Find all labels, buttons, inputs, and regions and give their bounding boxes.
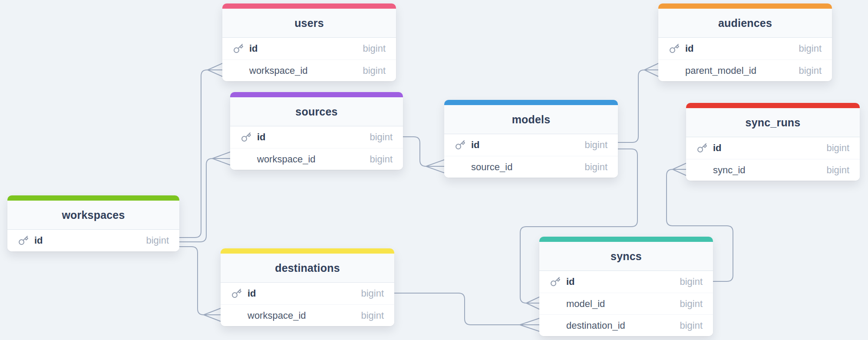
field-type: bigint [361,288,384,299]
field-name: id [249,43,258,54]
primary-key-icon [231,288,242,299]
table-models-title: models [444,105,618,134]
field-type: bigint [361,310,384,321]
field-type: bigint [370,132,393,143]
table-syncs-title: syncs [539,242,713,271]
field-type: bigint [584,139,607,151]
field-row-users-workspace_id[interactable]: workspace_id bigint [222,59,396,81]
primary-key-icon [455,139,466,151]
field-name: id [34,235,43,246]
primary-key-icon [550,276,561,287]
field-row-destinations-workspace_id[interactable]: workspace_id bigint [221,304,394,326]
primary-key-icon [241,132,252,143]
table-syncs[interactable]: syncs id bigint model_id bigint destinat… [539,237,713,336]
table-destinations-title: destinations [221,254,394,283]
table-sources[interactable]: sources id bigint workspace_id bigint [230,92,403,170]
field-name: destination_id [566,320,625,331]
field-name: workspace_id [257,154,316,165]
field-row-workspaces-id[interactable]: id bigint [7,230,179,251]
field-type: bigint [680,276,703,287]
table-audiences-accent-bar [658,3,832,9]
relationship-destinations-syncs[interactable] [394,293,539,331]
table-sources-title: sources [230,97,403,126]
field-name: workspace_id [248,310,306,321]
field-type: bigint [370,154,393,165]
field-name: model_id [566,298,605,310]
field-type: bigint [799,65,822,76]
table-syncs-accent-bar [539,237,713,242]
field-row-sync_runs-sync_id[interactable]: sync_id bigint [686,159,860,181]
field-row-syncs-model_id[interactable]: model_id bigint [539,293,713,314]
primary-key-icon [233,43,244,54]
table-workspaces[interactable]: workspaces id bigint [7,195,179,251]
field-type: bigint [584,162,607,173]
field-type: bigint [680,298,703,310]
field-name: sync_id [713,165,746,176]
field-name: id [257,132,266,143]
relationship-workspaces-users[interactable] [179,63,222,238]
table-workspaces-accent-bar [7,195,179,201]
table-sync_runs-accent-bar [686,103,860,108]
table-sources-accent-bar [230,92,403,97]
field-row-sources-id[interactable]: id bigint [230,126,403,148]
field-type: bigint [680,320,703,331]
table-users-accent-bar [222,3,396,9]
primary-key-icon [669,43,680,54]
erd-canvas[interactable]: users id bigint workspace_id bigint audi… [0,0,868,340]
field-row-syncs-destination_id[interactable]: destination_id bigint [539,314,713,336]
field-name: id [566,276,575,287]
table-destinations-accent-bar [221,248,394,254]
field-row-sources-workspace_id[interactable]: workspace_id bigint [230,148,403,170]
table-sync_runs-title: sync_runs [686,108,860,137]
relationship-workspaces-sources[interactable] [179,152,230,242]
field-row-sync_runs-id[interactable]: id bigint [686,137,860,159]
table-audiences[interactable]: audiences id bigint parent_model_id bigi… [658,3,832,81]
table-users[interactable]: users id bigint workspace_id bigint [222,3,396,81]
field-name: parent_model_id [685,65,756,76]
field-row-users-id[interactable]: id bigint [222,38,396,59]
table-models[interactable]: models id bigint source_id bigint [444,100,618,178]
table-models-accent-bar [444,100,618,105]
table-users-title: users [222,9,396,38]
field-name: id [248,288,256,299]
relationship-models-audiences[interactable] [618,63,658,142]
field-row-destinations-id[interactable]: id bigint [221,283,394,304]
table-sync_runs[interactable]: sync_runs id bigint sync_id bigint [686,103,860,181]
field-row-syncs-id[interactable]: id bigint [539,271,713,293]
field-name: id [471,139,480,151]
table-audiences-title: audiences [658,9,832,38]
field-type: bigint [799,43,822,54]
relationship-sources-models[interactable] [403,137,444,173]
table-destinations[interactable]: destinations id bigint workspace_id bigi… [221,248,394,326]
field-name: id [713,142,722,154]
field-row-audiences-parent_model_id[interactable]: parent_model_id bigint [658,59,832,81]
field-row-audiences-id[interactable]: id bigint [658,38,832,59]
field-type: bigint [826,165,849,176]
primary-key-icon [696,142,708,154]
table-workspaces-title: workspaces [7,201,179,230]
field-name: workspace_id [249,65,308,76]
field-type: bigint [363,65,386,76]
relationship-workspaces-destinations[interactable] [179,247,221,321]
field-type: bigint [146,235,169,246]
field-name: id [685,43,694,54]
field-name: source_id [471,162,512,173]
field-type: bigint [363,43,386,54]
primary-key-icon [18,235,29,246]
field-type: bigint [826,142,849,154]
field-row-models-source_id[interactable]: source_id bigint [444,156,618,178]
field-row-models-id[interactable]: id bigint [444,134,618,156]
